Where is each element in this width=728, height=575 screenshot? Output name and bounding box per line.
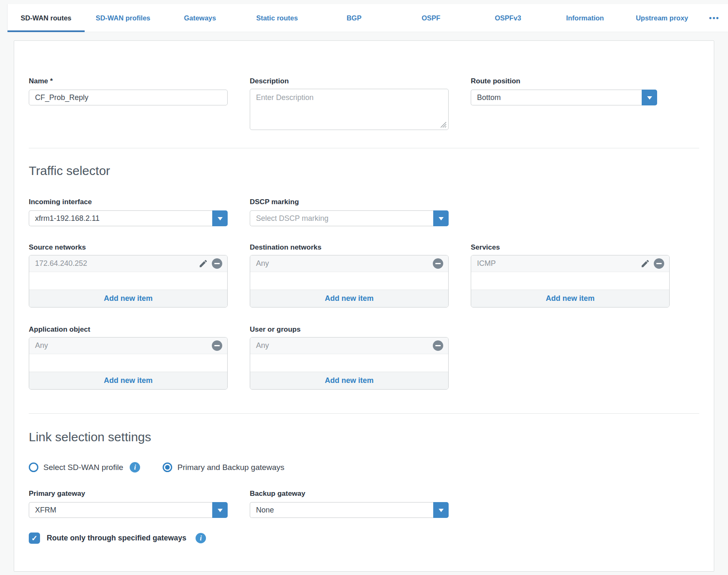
general-settings-row: Name * Description Route position Bottom — [14, 77, 714, 130]
description-label: Description — [250, 77, 449, 85]
application-object-label: Application object — [29, 325, 228, 334]
route-position-field-group: Route position Bottom — [471, 77, 670, 105]
dscp-marking-group: DSCP marking Select DSCP marking — [250, 198, 449, 226]
route-only-checkbox[interactable] — [29, 532, 40, 544]
services-label: Services — [471, 243, 670, 252]
add-destination-network-button[interactable]: Add new item — [250, 290, 448, 307]
chevron-down-icon[interactable] — [642, 90, 657, 105]
route-position-label: Route position — [471, 77, 670, 85]
sdwan-route-form-card: Name * Description Route position Bottom — [14, 40, 714, 572]
destination-networks-box: Any Add new item — [250, 255, 449, 308]
user-groups-label: User or groups — [250, 325, 449, 334]
incoming-interface-label: Incoming interface — [29, 198, 228, 206]
primary-gateway-group: Primary gateway XFRM — [29, 489, 228, 518]
description-textarea[interactable] — [250, 89, 449, 130]
info-icon[interactable] — [196, 533, 206, 543]
dscp-marking-label: DSCP marking — [250, 198, 449, 206]
dscp-marking-placeholder[interactable]: Select DSCP marking — [250, 210, 433, 226]
interface-dscp-row: Incoming interface xfrm1-192.168.2.11 DS… — [14, 198, 714, 226]
remove-item-icon[interactable] — [212, 340, 222, 351]
list-item: ICMP — [471, 255, 669, 272]
source-network-value: 172.64.240.252 — [35, 259, 87, 268]
backup-gateway-group: Backup gateway None — [250, 489, 449, 518]
backup-gateway-value[interactable]: None — [250, 502, 433, 518]
list-empty-area — [250, 272, 448, 290]
tab-sdwan-routes[interactable]: SD-WAN routes — [8, 4, 85, 32]
remove-item-icon[interactable] — [212, 258, 222, 269]
name-label: Name * — [29, 77, 228, 85]
primary-gateway-value[interactable]: XFRM — [29, 502, 212, 518]
add-application-object-button[interactable]: Add new item — [29, 372, 227, 389]
remove-item-icon[interactable] — [433, 340, 443, 351]
dscp-marking-dropdown[interactable]: Select DSCP marking — [250, 210, 449, 226]
application-object-box: Any Add new item — [29, 337, 228, 390]
radio-primary-backup-label: Primary and Backup gateways — [177, 463, 284, 472]
tab-static-routes[interactable]: Static routes — [238, 4, 316, 32]
tab-upstream-proxy[interactable]: Upstream proxy — [623, 4, 700, 32]
user-groups-group: User or groups Any Add new item — [250, 325, 449, 390]
chevron-down-icon[interactable] — [212, 210, 228, 226]
add-source-network-button[interactable]: Add new item — [29, 290, 227, 307]
application-object-value: Any — [35, 341, 48, 350]
destination-networks-group: Destination networks Any Add new item — [250, 243, 449, 308]
radio-select-sdwan-profile[interactable] — [29, 462, 38, 472]
list-item: Any — [250, 338, 448, 354]
route-only-row: Route only through specified gateways — [14, 532, 714, 544]
radio-primary-backup-gateways[interactable] — [163, 462, 172, 472]
user-groups-box: Any Add new item — [250, 337, 449, 390]
backup-gateway-dropdown[interactable]: None — [250, 502, 449, 518]
route-position-dropdown[interactable]: Bottom — [471, 90, 657, 105]
destination-network-value: Any — [256, 259, 269, 268]
services-box: ICMP Add new item — [471, 255, 670, 308]
info-icon[interactable] — [130, 462, 140, 472]
section-divider — [29, 413, 699, 414]
source-networks-box: 172.64.240.252 Add new item — [29, 255, 228, 308]
edit-icon[interactable] — [640, 259, 650, 268]
traffic-selector-title: Traffic selector — [14, 163, 714, 178]
application-object-group: Application object Any Add new item — [29, 325, 228, 390]
source-networks-group: Source networks 172.64.240.252 Add new i… — [29, 243, 228, 308]
tab-gateways[interactable]: Gateways — [161, 4, 238, 32]
description-field-group: Description — [250, 77, 449, 130]
link-selection-title: Link selection settings — [14, 430, 714, 445]
list-item: Any — [250, 255, 448, 272]
tab-sdwan-profiles[interactable]: SD-WAN profiles — [85, 4, 162, 32]
primary-gateway-dropdown[interactable]: XFRM — [29, 502, 228, 518]
destination-networks-label: Destination networks — [250, 243, 449, 252]
app-users-row: Application object Any Add new item User… — [14, 325, 714, 390]
chevron-down-icon[interactable] — [433, 502, 449, 518]
more-tabs-icon[interactable]: ••• — [700, 4, 728, 32]
user-groups-value: Any — [256, 341, 269, 350]
link-selection-options: Select SD-WAN profile Primary and Backup… — [14, 462, 714, 472]
incoming-interface-value[interactable]: xfrm1-192.168.2.11 — [29, 210, 212, 226]
remove-item-icon[interactable] — [654, 258, 664, 269]
tab-information[interactable]: Information — [547, 4, 624, 32]
tab-bar: SD-WAN routes SD-WAN profiles Gateways S… — [7, 4, 728, 32]
backup-gateway-label: Backup gateway — [250, 489, 449, 498]
section-divider — [29, 148, 699, 148]
remove-item-icon[interactable] — [433, 258, 443, 269]
tab-bgp[interactable]: BGP — [316, 4, 393, 32]
name-field-group: Name * — [29, 77, 228, 105]
list-empty-area — [29, 272, 227, 290]
service-value: ICMP — [477, 259, 496, 268]
list-item: 172.64.240.252 — [29, 255, 227, 272]
incoming-interface-dropdown[interactable]: xfrm1-192.168.2.11 — [29, 210, 228, 226]
chevron-down-icon[interactable] — [433, 210, 449, 226]
list-item: Any — [29, 338, 227, 354]
name-input[interactable] — [29, 90, 228, 105]
route-position-value[interactable]: Bottom — [471, 90, 642, 105]
tab-ospfv3[interactable]: OSPFv3 — [469, 4, 547, 32]
add-service-button[interactable]: Add new item — [471, 290, 669, 307]
tab-ospf[interactable]: OSPF — [392, 4, 469, 32]
add-user-group-button[interactable]: Add new item — [250, 372, 448, 389]
radio-sdwan-profile-label: Select SD-WAN profile — [43, 463, 123, 472]
primary-gateway-label: Primary gateway — [29, 489, 228, 498]
chevron-down-icon[interactable] — [212, 502, 228, 518]
source-networks-label: Source networks — [29, 243, 228, 252]
list-empty-area — [471, 272, 669, 290]
list-empty-area — [29, 354, 227, 372]
edit-icon[interactable] — [198, 259, 208, 268]
gateways-row: Primary gateway XFRM Backup gateway None — [14, 489, 714, 518]
route-only-label: Route only through specified gateways — [47, 534, 186, 542]
